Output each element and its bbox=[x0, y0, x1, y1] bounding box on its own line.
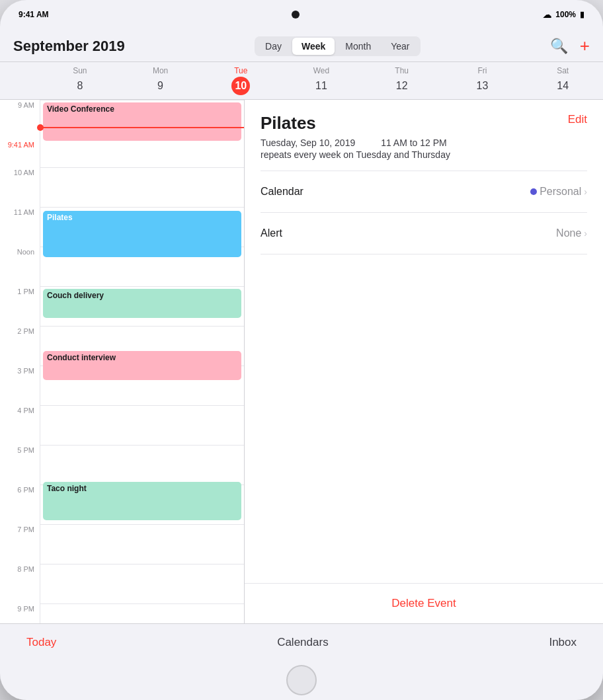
battery-icon: ▮ bbox=[580, 10, 584, 19]
view-switcher: Day Week Month Year bbox=[255, 36, 420, 56]
view-week-button[interactable]: Week bbox=[292, 38, 335, 55]
view-year-button[interactable]: Year bbox=[382, 38, 419, 55]
day-wed11[interactable]: Wed 11 bbox=[281, 62, 362, 99]
alert-chevron-icon: › bbox=[584, 228, 587, 239]
event-pilates[interactable]: Pilates bbox=[43, 211, 241, 257]
month-year-title: September 2019 bbox=[13, 38, 125, 55]
detail-row-alert[interactable]: Alert None › bbox=[261, 221, 587, 246]
events-area: Video Conference Pilates Couch delivery bbox=[40, 100, 244, 623]
time-1pm: 1 PM bbox=[0, 286, 40, 326]
hour-line-8 bbox=[40, 564, 244, 564]
status-right: ☁ 100% ▮ bbox=[543, 10, 584, 20]
alert-value[interactable]: None › bbox=[556, 227, 587, 239]
event-taco-night-title: Taco night bbox=[47, 484, 87, 493]
day-wed-label: Wed bbox=[281, 66, 362, 75]
event-couch-delivery[interactable]: Couch delivery bbox=[43, 289, 241, 318]
calendar-chevron-icon: › bbox=[584, 186, 587, 197]
day-mon9[interactable]: Mon 9 bbox=[120, 62, 201, 99]
event-detail-panel: Pilates Edit Tuesday, Sep 10, 2019 11 AM… bbox=[245, 100, 603, 623]
event-taco-night[interactable]: Taco night bbox=[43, 482, 241, 520]
day-fri-label: Fri bbox=[442, 66, 523, 75]
hour-line-1 bbox=[40, 286, 244, 287]
detail-time-text: 11 AM to 12 PM bbox=[381, 137, 447, 148]
calendar-value-text: Personal bbox=[540, 186, 581, 198]
app-header: September 2019 Day Week Month Year 🔍 + bbox=[0, 29, 603, 62]
status-time: 9:41 AM bbox=[19, 10, 49, 19]
hour-line-9 bbox=[40, 100, 244, 100]
device: 9:41 AM ☁ 100% ▮ September 2019 Day Week… bbox=[0, 0, 603, 700]
detail-row-calendar[interactable]: Calendar Personal › bbox=[261, 179, 587, 204]
calendar-color-dot bbox=[530, 188, 537, 195]
time-941am: 9:41 AM bbox=[0, 139, 40, 167]
detail-scroll[interactable]: Pilates Edit Tuesday, Sep 10, 2019 11 AM… bbox=[245, 100, 603, 583]
day-thu-num: 12 bbox=[393, 77, 411, 95]
event-conduct-interview[interactable]: Conduct interview bbox=[43, 351, 241, 380]
day-fri13[interactable]: Fri 13 bbox=[442, 62, 523, 99]
calendar-panel: 9 AM 9:41 AM 10 AM 11 AM Noon 1 PM 2 PM … bbox=[0, 100, 245, 623]
view-month-button[interactable]: Month bbox=[336, 38, 380, 55]
day-sat-label: Sat bbox=[522, 66, 603, 75]
event-video-conference[interactable]: Video Conference bbox=[43, 102, 241, 141]
time-noon: Noon bbox=[0, 247, 40, 286]
detail-header: Pilates Edit bbox=[261, 113, 587, 134]
home-area bbox=[0, 660, 603, 700]
detail-divider-1 bbox=[261, 171, 587, 171]
detail-date: Tuesday, Sep 10, 2019 11 AM to 12 PM bbox=[261, 137, 587, 148]
bottom-toolbar: Today Calendars Inbox bbox=[0, 623, 603, 660]
inbox-button[interactable]: Inbox bbox=[549, 636, 577, 649]
view-day-button[interactable]: Day bbox=[256, 38, 291, 55]
calendars-button[interactable]: Calendars bbox=[277, 636, 329, 649]
home-button[interactable] bbox=[286, 665, 317, 695]
time-7pm: 7 PM bbox=[0, 524, 40, 564]
time-10am: 10 AM bbox=[0, 167, 40, 207]
add-event-icon[interactable]: + bbox=[580, 36, 590, 56]
day-sat-num: 14 bbox=[553, 77, 572, 95]
today-button[interactable]: Today bbox=[26, 636, 56, 649]
current-time-indicator bbox=[40, 127, 244, 128]
detail-divider-2 bbox=[261, 212, 587, 213]
time-9am: 9 AM bbox=[0, 100, 40, 139]
time-11am: 11 AM bbox=[0, 207, 40, 247]
day-columns-header: Sun 8 Mon 9 Tue 10 Wed 11 Thu 12 bbox=[40, 62, 603, 99]
time-6pm: 6 PM bbox=[0, 485, 40, 524]
delete-event-button[interactable]: Delete Event bbox=[391, 597, 456, 609]
day-tue-label: Tue bbox=[200, 66, 281, 75]
time-2pm: 2 PM bbox=[0, 326, 40, 366]
detail-divider-3 bbox=[261, 254, 587, 254]
calendar-label: Calendar bbox=[261, 186, 303, 198]
event-conduct-interview-title: Conduct interview bbox=[47, 353, 116, 362]
day-mon-num: 9 bbox=[151, 77, 170, 95]
event-pilates-title: Pilates bbox=[47, 213, 73, 222]
time-9pm: 9 PM bbox=[0, 603, 40, 623]
hour-line-5 bbox=[40, 445, 244, 446]
day-thu-label: Thu bbox=[362, 66, 442, 75]
hour-line-7 bbox=[40, 524, 244, 525]
day-sat14[interactable]: Sat 14 bbox=[522, 62, 603, 99]
day-sun-label: Sun bbox=[40, 66, 120, 75]
time-5pm: 5 PM bbox=[0, 445, 40, 485]
header-actions: 🔍 + bbox=[550, 36, 590, 56]
day-tue-num: 10 bbox=[231, 77, 250, 95]
current-time-dot bbox=[37, 124, 44, 131]
day-tue10-today[interactable]: Tue 10 bbox=[200, 62, 281, 99]
day-thu12[interactable]: Thu 12 bbox=[362, 62, 442, 99]
detail-date-text: Tuesday, Sep 10, 2019 bbox=[261, 137, 355, 148]
calendar-scroll[interactable]: 9 AM 9:41 AM 10 AM 11 AM Noon 1 PM 2 PM … bbox=[0, 100, 244, 623]
detail-title: Pilates bbox=[261, 113, 316, 134]
day-wed-num: 11 bbox=[312, 77, 331, 95]
day-navigation: Sun 8 Mon 9 Tue 10 Wed 11 Thu 12 bbox=[0, 62, 603, 100]
day-sun8[interactable]: Sun 8 bbox=[40, 62, 120, 99]
hour-line-2 bbox=[40, 326, 244, 327]
calendar-app: September 2019 Day Week Month Year 🔍 + S… bbox=[0, 29, 603, 660]
time-3pm: 3 PM bbox=[0, 366, 40, 405]
time-4pm: 4 PM bbox=[0, 405, 40, 445]
main-content: 9 AM 9:41 AM 10 AM 11 AM Noon 1 PM 2 PM … bbox=[0, 100, 603, 623]
day-sun-num: 8 bbox=[71, 77, 89, 95]
calendar-value[interactable]: Personal › bbox=[530, 186, 587, 198]
hour-line-4 bbox=[40, 405, 244, 406]
hour-line-10 bbox=[40, 167, 244, 168]
edit-event-button[interactable]: Edit bbox=[568, 113, 587, 126]
alert-label: Alert bbox=[261, 227, 282, 239]
hour-line-11 bbox=[40, 207, 244, 208]
search-icon[interactable]: 🔍 bbox=[550, 38, 568, 55]
